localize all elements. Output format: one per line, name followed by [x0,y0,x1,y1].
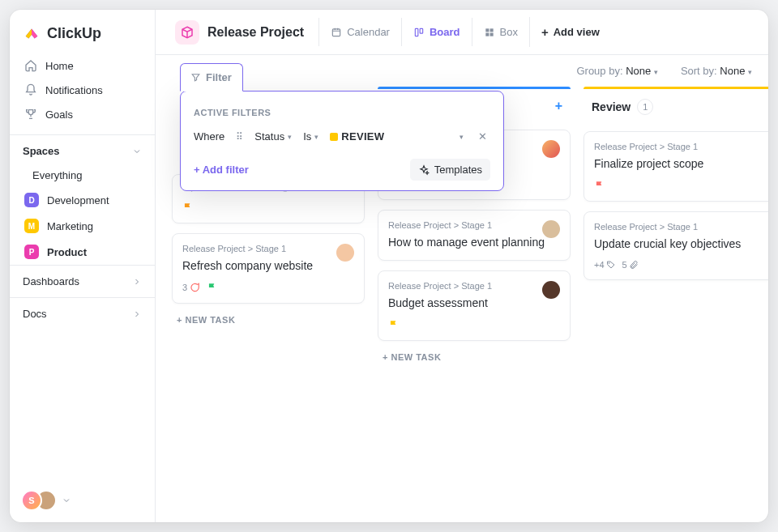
project-title: Release Project [207,25,304,40]
tab-label: Board [430,26,460,38]
cube-icon [175,20,199,45]
nav-goals[interactable]: Goals [10,102,155,126]
svg-rect-10 [489,32,493,36]
filter-field-select[interactable]: Status▾ [254,130,292,143]
flag-icon [207,282,218,293]
card-title: Finalize project scope [594,156,766,172]
new-task-button[interactable]: + NEW TASK [378,341,571,373]
add-view-label: Add view [554,26,600,38]
task-card[interactable]: Release Project > Stage 1 Refresh compan… [172,233,365,304]
task-card[interactable]: Release Project > Stage 1 Finalize proje… [584,131,768,202]
tab-box[interactable]: Box [472,18,529,46]
group-by-value: None [626,65,651,77]
caret-down-icon: ▾ [654,68,658,76]
section-label: Docs [23,308,47,320]
tab-label: Calendar [347,26,390,38]
templates-button[interactable]: Templates [410,159,490,181]
calendar-icon [331,27,342,38]
filter-value-select[interactable]: REVIEW [330,130,384,143]
sidebar-item-everything[interactable]: Everything [10,164,155,187]
filter-where: Where [194,130,224,143]
svg-point-11 [609,262,609,263]
bell-icon [24,83,37,96]
account-switcher[interactable]: S [10,479,155,522]
sidebar-item-dashboards[interactable]: Dashboards [10,265,155,297]
tab-label: Box [500,26,518,38]
space-label: Marketing [47,220,93,232]
card-title: Refresh company website [182,258,354,274]
chevron-right-icon [132,309,142,319]
sort-by-control[interactable]: Sort by: None ▾ [681,65,752,77]
sort-by-value: None [720,65,745,77]
board-icon [413,27,425,38]
task-card[interactable]: Release Project > Stage 1 Update crucial… [584,211,768,280]
nav-label: Home [45,60,74,72]
breadcrumb: Release Project > Stage 1 [594,142,766,151]
remove-filter-button[interactable]: ✕ [475,129,490,144]
tab-calendar[interactable]: Calendar [318,18,401,46]
card-title: How to manage event planning [388,235,560,250]
task-count: 1 [637,99,653,115]
filter-chip[interactable]: Filter [180,63,243,92]
tag-icon [606,260,616,270]
section-label: Dashboards [23,275,79,287]
sidebar-item-marketing[interactable]: M Marketing [10,213,155,239]
clickup-logo-icon [23,24,41,42]
app-window: ClickUp Home Notifications Goals Spaces … [10,10,768,522]
main-area: Release Project Calendar Board Box + Add… [156,10,768,522]
svg-rect-4 [333,28,340,36]
box-icon [484,27,495,38]
tab-board[interactable]: Board [401,18,472,46]
nav-notifications[interactable]: Notifications [10,78,155,102]
filter-icon [190,72,201,83]
chevron-down-icon [62,496,71,505]
tag-count: +4 [594,260,616,270]
nav-home[interactable]: Home [10,53,155,78]
view-tabs: Release Project Calendar Board Box + Add… [156,10,768,55]
breadcrumb: Release Project > Stage 1 [594,222,766,232]
card-list: Release Project > Stage 1 Finalize proje… [584,131,768,280]
avatar: S [21,490,42,511]
nav-label: Goals [45,109,73,121]
breadcrumb: Release Project > Stage 1 [182,244,354,253]
filter-operator-select[interactable]: Is▾ [303,130,318,143]
task-card[interactable]: Release Project > Stage 1 Budget assessm… [378,270,571,341]
caret-down-icon: ▾ [748,68,752,76]
column-header: Review 1 [584,87,768,125]
group-by-control[interactable]: Group by: None ▾ [576,65,657,77]
svg-rect-6 [420,28,423,33]
plus-icon: + [541,25,549,39]
filter-popover: Filter ACTIVE FILTERS Where ⠿ Status▾ Is… [180,91,504,191]
column-title: Review [592,100,631,113]
filter-label: Filter [206,71,232,83]
avatar [542,140,560,158]
space-badge: P [24,245,39,259]
sparkle-icon [418,164,430,176]
spaces-header[interactable]: Spaces [10,135,155,164]
trophy-icon [24,108,37,121]
board-toolbar: Group by: None ▾ Sort by: None ▾ [156,55,768,87]
task-card[interactable]: Release Project > Stage 1 How to manage … [378,210,571,261]
add-filter-button[interactable]: + Add filter [194,164,249,176]
flag-icon [182,202,194,213]
filter-condition-row: Where ⠿ Status▾ Is▾ REVIEW ▾ ✕ [194,129,490,144]
space-badge: D [24,193,39,207]
card-list: Update contractor agreement Release Proj… [172,174,365,304]
sidebar-item-product[interactable]: P Product [10,239,155,265]
chevron-down-icon [132,147,142,156]
breadcrumb: Release Project > Stage 1 [388,281,560,291]
sidebar-item-development[interactable]: D Development [10,187,155,213]
brand-logo[interactable]: ClickUp [10,10,155,53]
add-view-button[interactable]: + Add view [529,17,611,47]
project-header[interactable]: Release Project [167,15,312,49]
chevron-down-icon[interactable]: ▾ [460,133,464,141]
sidebar-item-docs[interactable]: Docs [10,297,155,330]
spaces-section: Spaces Everything D Development M Market… [10,134,155,265]
new-task-button[interactable]: + NEW TASK [172,304,365,336]
brand-name: ClickUp [47,25,101,42]
drag-handle-icon[interactable]: ⠿ [236,131,243,143]
templates-label: Templates [434,164,482,176]
add-task-icon[interactable]: + [555,99,562,113]
svg-rect-8 [489,28,493,32]
breadcrumb: Release Project > Stage 1 [388,220,560,230]
